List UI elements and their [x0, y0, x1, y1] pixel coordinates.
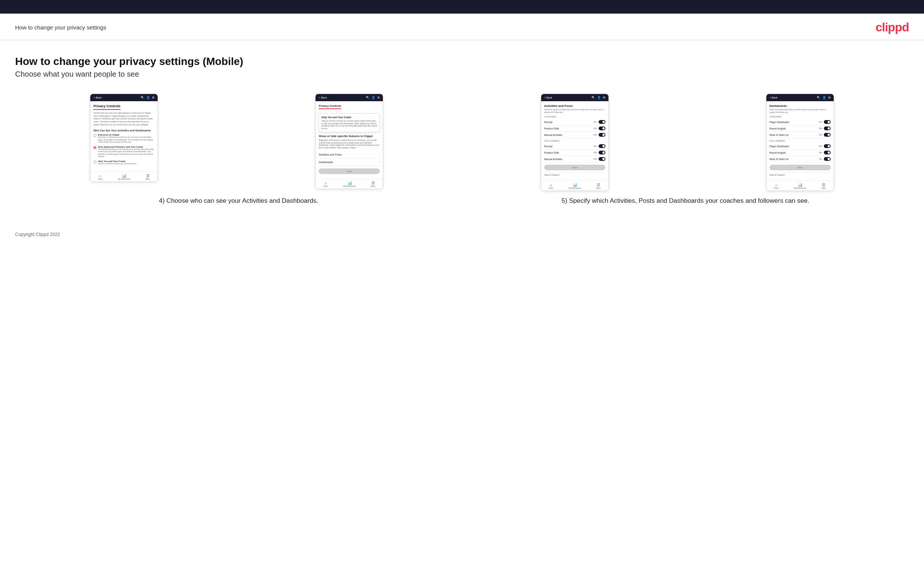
toggle-coaches-practice-control[interactable]	[599, 126, 606, 130]
home-icon-1: ⌂	[99, 174, 101, 178]
user-icon-3[interactable]: 👤	[597, 96, 601, 99]
toggle-d-followers-player-switch[interactable]: ON	[819, 144, 831, 148]
toggle-followers-rounds-switch[interactable]: ON	[593, 144, 605, 148]
toggle-d-coaches-player-control[interactable]	[824, 120, 831, 124]
nav-performance-3[interactable]: 📊 My Performance	[569, 183, 581, 189]
toggle-followers-manual[interactable]: Manual Activities ON	[544, 156, 606, 162]
phone-4-dashboards-desc: Select the dashboards that you'd like to…	[769, 108, 831, 113]
nav-home-1[interactable]: ⌂ Home	[98, 174, 102, 180]
radio-option-1[interactable]: Everyone on Clippd Everyone on Clippd ca…	[93, 134, 155, 143]
toggle-d-followers-player-control[interactable]	[824, 144, 831, 148]
toggle-d-coaches-work-control[interactable]	[824, 133, 831, 137]
search-icon-2[interactable]: 🔍	[366, 96, 370, 99]
toggle-coaches-practice-label: Practice Drills	[544, 127, 559, 130]
nav-menu-2[interactable]: ☰ Menu	[371, 181, 375, 187]
nav-menu-1[interactable]: ☰ Menu	[146, 174, 150, 180]
toggle-d-followers-round-control[interactable]	[824, 151, 831, 155]
save-btn-2[interactable]: Save	[318, 168, 380, 174]
radio-option-3[interactable]: Only You and Your Coach Only you and the…	[93, 160, 155, 165]
nav-performance-1[interactable]: 📊 My Performance	[118, 174, 130, 180]
nav-menu-4[interactable]: ☰ Menu	[822, 183, 826, 189]
toggle-d-coaches-work-label: What To Work On	[769, 134, 789, 136]
toggle-d-followers-work-switch[interactable]: ON	[819, 157, 831, 161]
toggle-followers-practice-control[interactable]	[599, 151, 606, 155]
search-icon-3[interactable]: 🔍	[591, 96, 595, 99]
phone-1-privacy-title: Privacy Controls	[93, 104, 121, 110]
nav-performance-4[interactable]: 📊 My Performance	[794, 183, 806, 189]
toggle-d-coaches-round-switch[interactable]: ON	[819, 126, 831, 130]
toggle-coaches-rounds-switch[interactable]: ON	[593, 120, 605, 124]
toggle-d-followers-work[interactable]: What To Work On ON	[769, 156, 831, 162]
toggle-d-followers-round[interactable]: Round Insights ON	[769, 150, 831, 156]
nav-performance-2[interactable]: 📊 My Performance	[343, 181, 355, 187]
toggle-coaches-practice[interactable]: Practice Drills ON	[544, 126, 606, 132]
tooltip-desc: Only you and the coaches you connect wit…	[321, 120, 377, 129]
nav-home-4[interactable]: ⌂ Home	[774, 183, 779, 189]
phone-2-tab: Privacy Controls	[318, 104, 341, 109]
menu-item-activities[interactable]: Activities and Posts ›	[318, 151, 380, 159]
toggle-d-followers-work-control[interactable]	[824, 157, 831, 161]
toggle-followers-rounds[interactable]: Rounds ON	[544, 143, 606, 150]
nav-menu-label-3: Menu	[596, 187, 601, 189]
logo: clippd	[876, 20, 909, 34]
phone-4-content: Dashboards Select the dashboards that yo…	[766, 101, 834, 179]
menu-item-dashboards[interactable]: Dashboards ›	[318, 159, 380, 166]
toggle-d-followers-round-switch[interactable]: ON	[819, 151, 831, 155]
toggle-coaches-rounds[interactable]: Rounds ON	[544, 119, 606, 126]
screenshot-group-4: < Back 🔍 👤 ⚙ Dashboards Select the dashb…	[691, 93, 909, 191]
caption-area: 4) Choose who can see your Activities an…	[15, 197, 909, 205]
phone-4-dashboards-title: Dashboards	[769, 104, 831, 108]
caption-5: 5) Specify which Activities, Posts and D…	[562, 197, 809, 204]
toggle-followers-practice[interactable]: Practice Drills ON	[544, 150, 606, 156]
user-icon-4[interactable]: 👤	[822, 96, 826, 99]
phone-2-back[interactable]: < Back	[318, 96, 327, 99]
nav-home-3[interactable]: ⌂ Home	[549, 183, 553, 189]
phone-1-icons: 🔍 👤 ⚙	[141, 96, 155, 99]
radio-desc-1: Everyone on Clippd can search for you an…	[98, 136, 155, 143]
settings-icon-2[interactable]: ⚙	[377, 96, 380, 99]
toggle-followers-practice-switch[interactable]: ON	[593, 151, 605, 155]
phone-3-back[interactable]: < Back	[544, 96, 552, 99]
toggle-followers-manual-label: Manual Activities	[544, 158, 562, 161]
user-icon[interactable]: 👤	[146, 96, 150, 99]
radio-circle-2[interactable]	[93, 146, 96, 149]
settings-icon-3[interactable]: ⚙	[603, 96, 606, 99]
toggle-d-coaches-player-switch[interactable]: ON	[819, 120, 831, 124]
phone-1-description: Control how you and your data appears to…	[93, 112, 155, 126]
phone-1-back[interactable]: < Back	[93, 96, 102, 99]
toggle-coaches-manual[interactable]: Manual Activities ON	[544, 132, 606, 138]
toggle-coaches-manual-control[interactable]	[599, 133, 606, 137]
settings-icon-4[interactable]: ⚙	[828, 96, 831, 99]
save-btn-4[interactable]: Save	[769, 164, 831, 170]
toggle-d-coaches-player-label: Player Dashboard	[769, 121, 789, 124]
show-hide-desc: Regardless of the privacy controls that …	[318, 139, 380, 149]
radio-circle-1[interactable]	[93, 134, 96, 137]
toggle-d-coaches-work[interactable]: What To Work On ON	[769, 132, 831, 138]
menu-icon-4: ☰	[822, 183, 825, 187]
settings-icon[interactable]: ⚙	[152, 96, 155, 99]
nav-home-2[interactable]: ⌂ Home	[323, 181, 328, 187]
toggle-coaches-rounds-control[interactable]	[599, 120, 606, 124]
toggle-d-coaches-work-switch[interactable]: ON	[819, 133, 831, 137]
toggle-d-coaches-round[interactable]: Round Insights ON	[769, 126, 831, 132]
toggle-d-coaches-round-control[interactable]	[824, 126, 831, 130]
toggle-d-followers-round-label: Round Insights	[769, 152, 786, 154]
screenshot-group-3: < Back 🔍 👤 ⚙ Activities and Posts Select…	[466, 93, 684, 191]
nav-performance-label-1: My Performance	[118, 178, 130, 180]
phone-2: < Back 🔍 👤 ⚙ Privacy Controls Only You a…	[315, 93, 383, 189]
toggle-followers-rounds-control[interactable]	[599, 144, 606, 148]
search-icon-4[interactable]: 🔍	[817, 96, 821, 99]
toggle-d-coaches-player[interactable]: Player Dashboard ON	[769, 119, 831, 126]
toggle-coaches-manual-switch[interactable]: ON	[593, 133, 605, 137]
toggle-followers-manual-switch[interactable]: ON	[593, 157, 605, 161]
radio-circle-3[interactable]	[93, 161, 96, 163]
toggle-coaches-practice-switch[interactable]: ON	[593, 126, 605, 130]
toggle-followers-manual-control[interactable]	[599, 157, 606, 161]
save-btn-3[interactable]: Save	[544, 164, 606, 170]
user-icon-2[interactable]: 👤	[372, 96, 375, 99]
toggle-d-followers-player[interactable]: Player Dashboard ON	[769, 143, 831, 150]
nav-menu-3[interactable]: ☰ Menu	[596, 183, 601, 189]
search-icon[interactable]: 🔍	[141, 96, 144, 99]
phone-4-back[interactable]: < Back	[769, 96, 778, 99]
radio-option-2[interactable]: Only Approved Followers and Your Coach O…	[93, 146, 155, 158]
